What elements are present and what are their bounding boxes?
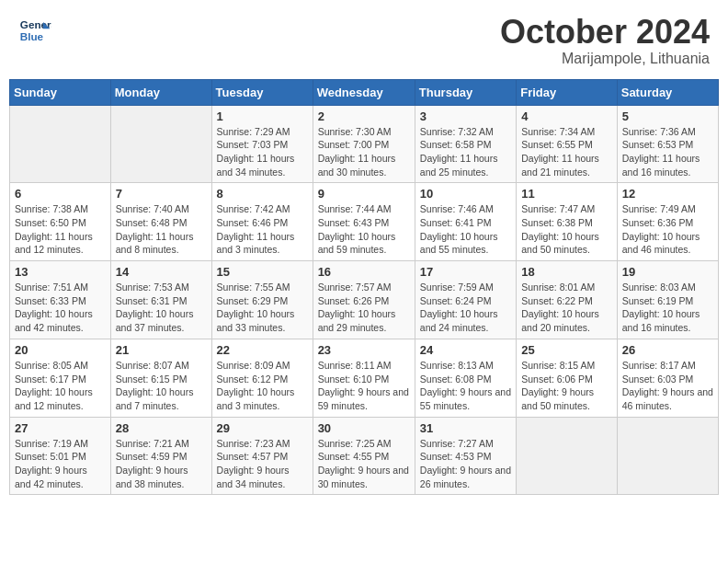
day-info: Sunrise: 7:21 AM Sunset: 4:59 PM Dayligh… [116, 437, 207, 491]
week-row-4: 20Sunrise: 8:05 AM Sunset: 6:17 PM Dayli… [10, 339, 719, 417]
calendar-cell: 31Sunrise: 7:27 AM Sunset: 4:53 PM Dayli… [415, 417, 516, 495]
day-info: Sunrise: 7:51 AM Sunset: 6:33 PM Dayligh… [15, 281, 106, 335]
day-number: 11 [521, 187, 612, 201]
day-number: 8 [217, 187, 308, 201]
week-row-1: 1Sunrise: 7:29 AM Sunset: 7:03 PM Daylig… [10, 105, 719, 183]
weekday-header-wednesday: Wednesday [313, 79, 415, 105]
day-info: Sunrise: 7:23 AM Sunset: 4:57 PM Dayligh… [217, 437, 308, 491]
day-info: Sunrise: 7:46 AM Sunset: 6:41 PM Dayligh… [420, 202, 511, 257]
calendar-cell [10, 105, 111, 183]
day-info: Sunrise: 7:47 AM Sunset: 6:38 PM Dayligh… [521, 202, 612, 257]
day-number: 22 [217, 343, 308, 357]
week-row-5: 27Sunrise: 7:19 AM Sunset: 5:01 PM Dayli… [10, 417, 719, 495]
day-info: Sunrise: 8:03 AM Sunset: 6:19 PM Dayligh… [622, 281, 713, 335]
day-number: 2 [318, 109, 410, 123]
day-info: Sunrise: 7:36 AM Sunset: 6:53 PM Dayligh… [622, 125, 713, 179]
calendar-cell: 4Sunrise: 7:34 AM Sunset: 6:55 PM Daylig… [517, 105, 618, 183]
day-info: Sunrise: 7:30 AM Sunset: 7:00 PM Dayligh… [318, 125, 410, 179]
day-number: 10 [420, 187, 511, 201]
day-number: 17 [420, 265, 511, 279]
day-info: Sunrise: 7:25 AM Sunset: 4:55 PM Dayligh… [318, 437, 410, 491]
day-info: Sunrise: 8:05 AM Sunset: 6:17 PM Dayligh… [15, 359, 106, 413]
calendar-cell: 8Sunrise: 7:42 AM Sunset: 6:46 PM Daylig… [211, 183, 313, 261]
location: Marijampole, Lithuania [500, 51, 710, 67]
day-number: 18 [521, 265, 612, 279]
day-number: 14 [116, 265, 207, 279]
day-number: 21 [116, 343, 207, 357]
svg-text:Blue: Blue [20, 30, 44, 42]
weekday-header-friday: Friday [517, 79, 618, 105]
day-info: Sunrise: 7:42 AM Sunset: 6:46 PM Dayligh… [217, 202, 308, 257]
calendar-cell: 16Sunrise: 7:57 AM Sunset: 6:26 PM Dayli… [313, 261, 415, 339]
day-number: 12 [622, 187, 713, 201]
day-number: 4 [521, 109, 612, 123]
day-info: Sunrise: 7:49 AM Sunset: 6:36 PM Dayligh… [622, 202, 713, 257]
day-number: 29 [217, 421, 308, 435]
day-number: 20 [15, 343, 106, 357]
day-info: Sunrise: 8:13 AM Sunset: 6:08 PM Dayligh… [420, 359, 511, 413]
day-info: Sunrise: 8:07 AM Sunset: 6:15 PM Dayligh… [116, 359, 207, 413]
day-info: Sunrise: 7:53 AM Sunset: 6:31 PM Dayligh… [116, 281, 207, 335]
day-number: 28 [116, 421, 207, 435]
title-block: October 2024 Marijampole, Lithuania [500, 14, 710, 67]
logo-icon: General Blue [18, 14, 51, 47]
calendar-cell: 11Sunrise: 7:47 AM Sunset: 6:38 PM Dayli… [517, 183, 618, 261]
calendar-cell: 24Sunrise: 8:13 AM Sunset: 6:08 PM Dayli… [415, 339, 516, 417]
calendar-cell [110, 105, 211, 183]
day-number: 26 [622, 343, 713, 357]
calendar-cell: 17Sunrise: 7:59 AM Sunset: 6:24 PM Dayli… [415, 261, 516, 339]
calendar-cell: 7Sunrise: 7:40 AM Sunset: 6:48 PM Daylig… [110, 183, 211, 261]
day-number: 19 [622, 265, 713, 279]
week-row-3: 13Sunrise: 7:51 AM Sunset: 6:33 PM Dayli… [10, 261, 719, 339]
calendar-cell: 14Sunrise: 7:53 AM Sunset: 6:31 PM Dayli… [110, 261, 211, 339]
day-number: 13 [15, 265, 106, 279]
day-info: Sunrise: 7:59 AM Sunset: 6:24 PM Dayligh… [420, 281, 511, 335]
calendar-cell: 3Sunrise: 7:32 AM Sunset: 6:58 PM Daylig… [415, 105, 516, 183]
day-number: 15 [217, 265, 308, 279]
day-number: 5 [622, 109, 713, 123]
day-info: Sunrise: 7:38 AM Sunset: 6:50 PM Dayligh… [15, 202, 106, 257]
calendar-cell: 25Sunrise: 8:15 AM Sunset: 6:06 PM Dayli… [517, 339, 618, 417]
day-info: Sunrise: 7:29 AM Sunset: 7:03 PM Dayligh… [217, 125, 308, 179]
calendar-cell: 15Sunrise: 7:55 AM Sunset: 6:29 PM Dayli… [211, 261, 313, 339]
weekday-header-tuesday: Tuesday [211, 79, 313, 105]
calendar-cell: 12Sunrise: 7:49 AM Sunset: 6:36 PM Dayli… [617, 183, 718, 261]
weekday-header-sunday: Sunday [10, 79, 111, 105]
day-number: 24 [420, 343, 511, 357]
day-info: Sunrise: 7:57 AM Sunset: 6:26 PM Dayligh… [318, 281, 410, 335]
day-info: Sunrise: 7:55 AM Sunset: 6:29 PM Dayligh… [217, 281, 308, 335]
calendar-cell: 2Sunrise: 7:30 AM Sunset: 7:00 PM Daylig… [313, 105, 415, 183]
calendar-cell: 23Sunrise: 8:11 AM Sunset: 6:10 PM Dayli… [313, 339, 415, 417]
calendar-cell: 18Sunrise: 8:01 AM Sunset: 6:22 PM Dayli… [517, 261, 618, 339]
day-number: 16 [318, 265, 410, 279]
calendar-cell: 21Sunrise: 8:07 AM Sunset: 6:15 PM Dayli… [110, 339, 211, 417]
calendar-cell: 22Sunrise: 8:09 AM Sunset: 6:12 PM Dayli… [211, 339, 313, 417]
calendar-cell: 30Sunrise: 7:25 AM Sunset: 4:55 PM Dayli… [313, 417, 415, 495]
day-number: 31 [420, 421, 511, 435]
weekday-header-monday: Monday [110, 79, 211, 105]
day-number: 25 [521, 343, 612, 357]
day-info: Sunrise: 7:44 AM Sunset: 6:43 PM Dayligh… [318, 202, 410, 257]
day-info: Sunrise: 8:11 AM Sunset: 6:10 PM Dayligh… [318, 359, 410, 413]
calendar-cell: 27Sunrise: 7:19 AM Sunset: 5:01 PM Dayli… [10, 417, 111, 495]
calendar-cell: 26Sunrise: 8:17 AM Sunset: 6:03 PM Dayli… [617, 339, 718, 417]
calendar-cell [617, 417, 718, 495]
day-info: Sunrise: 7:27 AM Sunset: 4:53 PM Dayligh… [420, 437, 511, 491]
weekday-header-row: SundayMondayTuesdayWednesdayThursdayFrid… [10, 79, 719, 105]
calendar-cell: 13Sunrise: 7:51 AM Sunset: 6:33 PM Dayli… [10, 261, 111, 339]
day-number: 30 [318, 421, 410, 435]
day-number: 23 [318, 343, 410, 357]
day-number: 7 [116, 187, 207, 201]
calendar-cell [517, 417, 618, 495]
calendar-table: SundayMondayTuesdayWednesdayThursdayFrid… [9, 79, 719, 496]
calendar-cell: 5Sunrise: 7:36 AM Sunset: 6:53 PM Daylig… [617, 105, 718, 183]
svg-text:General: General [20, 18, 51, 30]
day-number: 9 [318, 187, 410, 201]
day-info: Sunrise: 7:19 AM Sunset: 5:01 PM Dayligh… [15, 437, 106, 491]
day-info: Sunrise: 8:09 AM Sunset: 6:12 PM Dayligh… [217, 359, 308, 413]
calendar-cell: 10Sunrise: 7:46 AM Sunset: 6:41 PM Dayli… [415, 183, 516, 261]
calendar-cell: 6Sunrise: 7:38 AM Sunset: 6:50 PM Daylig… [10, 183, 111, 261]
calendar-cell: 9Sunrise: 7:44 AM Sunset: 6:43 PM Daylig… [313, 183, 415, 261]
calendar-cell: 20Sunrise: 8:05 AM Sunset: 6:17 PM Dayli… [10, 339, 111, 417]
day-info: Sunrise: 7:40 AM Sunset: 6:48 PM Dayligh… [116, 202, 207, 257]
